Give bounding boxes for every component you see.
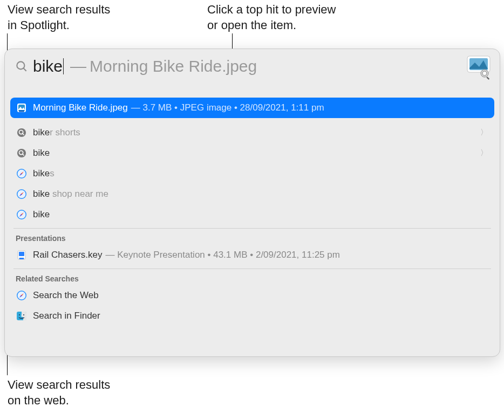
svg-line-1 (23, 68, 26, 71)
suggestion-text: bike (33, 148, 50, 159)
result-meta: — Keynote Presentation • 43.1 MB • 2/09/… (106, 250, 340, 260)
svg-point-10 (17, 128, 26, 137)
finder-icon (16, 310, 28, 322)
rest-part: r shorts (50, 127, 80, 137)
match-part: bike (33, 127, 50, 137)
search-completion: —Morning Bike Ride.jpeg (67, 57, 257, 75)
svg-rect-9 (19, 111, 24, 112)
callout-text: in Spotlight. (8, 18, 110, 33)
results-scroll-area[interactable]: Morning Bike Ride.jpeg — 3.7 MB • JPEG i… (10, 98, 494, 351)
magnify-icon (16, 127, 28, 139)
suggestion-item[interactable]: biker shorts 〉 (10, 122, 494, 143)
result-title: Rail Chasers.key (33, 250, 103, 260)
file-date: 2/09/2021, 11:25 pm (256, 250, 340, 260)
callout-spotlight-results: View search results in Spotlight. (8, 2, 110, 33)
jpeg-file-icon (16, 102, 28, 114)
svg-rect-24 (19, 258, 24, 259)
file-size: 3.7 MB (143, 102, 172, 113)
result-meta: — 3.7 MB • JPEG image • 28/09/2021, 1:11… (131, 102, 324, 113)
callout-text: or open the item. (207, 18, 336, 33)
chevron-right-icon: 〉 (480, 148, 488, 158)
match-part: bike (33, 209, 50, 219)
suggestion-item[interactable]: bikes (10, 163, 494, 184)
chevron-right-icon: 〉 (480, 128, 488, 137)
suggestion-item[interactable]: bike shop near me (10, 184, 494, 204)
search-icon (15, 59, 29, 73)
top-hit-result[interactable]: Morning Bike Ride.jpeg — 3.7 MB • JPEG i… (10, 98, 494, 118)
rest-part: shop near me (50, 189, 108, 199)
preview-app-icon (465, 53, 492, 80)
callout-top-hit: Click a top hit to preview or open the i… (207, 2, 336, 33)
suggestion-item[interactable]: bike (10, 204, 494, 225)
svg-point-13 (17, 149, 26, 157)
svg-point-0 (17, 61, 24, 69)
svg-point-29 (23, 314, 24, 315)
completion-text: Morning Bike Ride.jpeg (90, 57, 257, 75)
suggestion-text: bike shop near me (33, 189, 108, 199)
keynote-file-icon (16, 249, 28, 261)
callout-web-results: View search results on the web. (8, 377, 110, 408)
safari-icon (16, 290, 28, 301)
callout-text: View search results (8, 2, 110, 18)
suggestion-text: biker shorts (33, 127, 80, 138)
result-title: Search the Web (33, 290, 99, 301)
match-part: bike (33, 189, 50, 199)
search-query-text: bike (33, 57, 63, 75)
section-header-presentations: Presentations (10, 229, 494, 245)
match-part: bike (33, 148, 50, 158)
spotlight-search-row[interactable]: bike —Morning Bike Ride.jpeg (5, 49, 500, 84)
search-web-item[interactable]: Search the Web (10, 285, 494, 306)
search-finder-item[interactable]: Search in Finder (10, 306, 494, 326)
callout-text: on the web. (8, 393, 110, 409)
file-kind: Keynote Presentation (117, 250, 205, 260)
file-size: 43.1 MB (213, 250, 247, 260)
result-title: Morning Bike Ride.jpeg (33, 102, 128, 113)
callout-text: View search results (8, 377, 110, 393)
safari-icon (16, 168, 28, 180)
section-header-related: Related Searches (10, 269, 494, 285)
rest-part: s (50, 168, 55, 178)
match-part: bike (33, 168, 50, 178)
result-title: Search in Finder (33, 311, 100, 321)
magnify-icon (16, 147, 28, 159)
file-date: 28/09/2021, 1:11 pm (240, 102, 324, 113)
file-kind: JPEG image (180, 102, 231, 113)
svg-point-5 (482, 71, 487, 75)
svg-rect-6 (486, 77, 489, 80)
text-cursor (63, 58, 64, 74)
suggestion-item[interactable]: bike 〉 (10, 143, 494, 163)
svg-rect-23 (19, 252, 24, 256)
suggestion-text: bike (33, 209, 50, 220)
safari-icon (16, 209, 28, 221)
callout-text: Click a top hit to preview (207, 2, 336, 18)
spotlight-window: bike —Morning Bike Ride.jpeg (4, 49, 500, 357)
presentation-result[interactable]: Rail Chasers.key — Keynote Presentation … (10, 245, 494, 265)
safari-icon (16, 188, 28, 200)
separator-dash: — (70, 57, 86, 75)
suggestion-text: bikes (33, 168, 55, 179)
svg-point-28 (19, 314, 20, 315)
